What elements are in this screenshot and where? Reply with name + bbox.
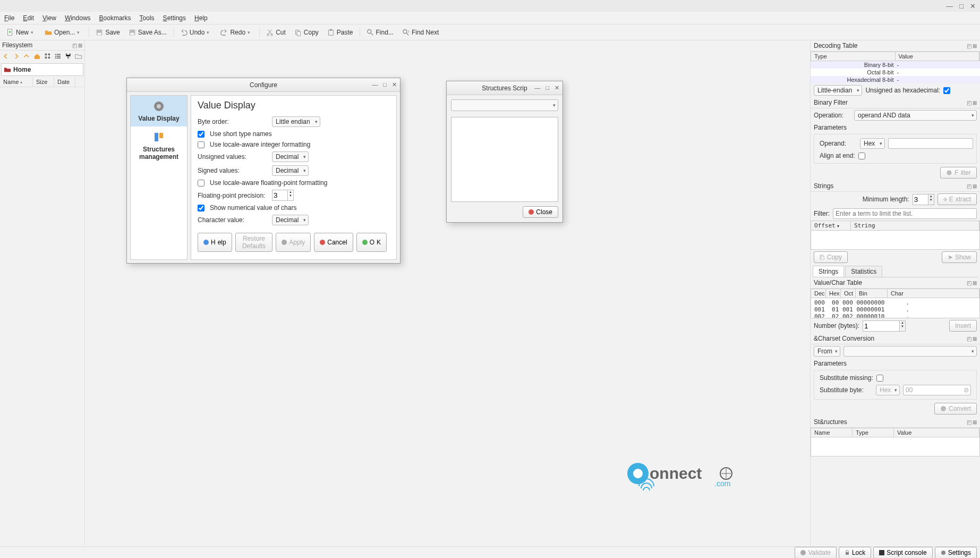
- panel-detach-icon[interactable]: ◰: [967, 183, 972, 189]
- char-value-select[interactable]: Decimal: [272, 215, 309, 225]
- col-type[interactable]: Type: [811, 52, 896, 61]
- apply-button[interactable]: Apply: [276, 233, 311, 252]
- menu-windows[interactable]: Windows: [65, 14, 91, 22]
- panel-close-icon[interactable]: ⊠: [973, 419, 977, 425]
- close-button[interactable]: Close: [523, 206, 558, 218]
- precision-spinner[interactable]: ▲▼: [272, 190, 294, 201]
- col-hex[interactable]: Hex: [826, 289, 841, 298]
- panel-close-icon[interactable]: ⊠: [78, 43, 82, 48]
- col-name[interactable]: Name: [811, 428, 853, 437]
- convert-button[interactable]: Convert: [934, 403, 977, 415]
- saveas-button[interactable]: Save As...: [125, 27, 170, 38]
- menu-file[interactable]: File: [4, 14, 14, 22]
- col-dec[interactable]: Dec: [811, 289, 826, 298]
- col-char[interactable]: Char: [888, 289, 979, 298]
- number-bytes-spinner[interactable]: ▲▼: [863, 320, 906, 332]
- sub-missing-checkbox[interactable]: [876, 375, 883, 382]
- find-button[interactable]: Find...: [363, 27, 397, 38]
- nav-grid-icon[interactable]: [44, 53, 52, 60]
- filter-input[interactable]: [833, 208, 977, 219]
- panel-close-icon[interactable]: ⊠: [973, 183, 977, 189]
- menu-edit[interactable]: Edit: [23, 14, 34, 22]
- restore-defaults-button[interactable]: Restore Defaults: [235, 233, 273, 252]
- col-type[interactable]: Type: [853, 428, 894, 437]
- cut-button[interactable]: Cut: [263, 27, 289, 38]
- spin-down-icon[interactable]: ▼: [288, 194, 293, 198]
- window-maximize-icon[interactable]: □: [959, 2, 964, 10]
- nav-up-icon[interactable]: [23, 53, 30, 60]
- help-button[interactable]: Help: [198, 233, 232, 252]
- endian-select[interactable]: Little-endian: [814, 85, 862, 96]
- tab-strings[interactable]: Strings: [813, 266, 844, 277]
- dialog-minimize-icon[interactable]: —: [372, 81, 378, 88]
- col-bin[interactable]: Bin: [856, 289, 888, 298]
- filesystem-path[interactable]: Home: [1, 63, 83, 76]
- clear-icon[interactable]: ⊘: [964, 386, 969, 394]
- menu-settings[interactable]: Settings: [163, 14, 186, 22]
- nav-forward-icon[interactable]: [13, 53, 20, 60]
- operand-input[interactable]: [888, 138, 973, 149]
- dialog-minimize-icon[interactable]: —: [534, 84, 540, 91]
- sub-byte-input[interactable]: [903, 385, 971, 395]
- panel-detach-icon[interactable]: ◰: [967, 280, 972, 286]
- nav-tree-icon[interactable]: [65, 53, 72, 60]
- menu-tools[interactable]: Tools: [140, 14, 155, 22]
- col-oct[interactable]: Oct: [841, 289, 856, 298]
- sidebar-item-structures-management[interactable]: Structures management: [131, 126, 187, 165]
- dialog-close-icon[interactable]: ✕: [392, 81, 397, 88]
- menu-help[interactable]: Help: [194, 14, 208, 22]
- show-num-chars-checkbox[interactable]: [198, 205, 204, 212]
- show-button[interactable]: ➤Show: [942, 251, 977, 263]
- redo-button[interactable]: Redo▾: [217, 27, 256, 38]
- minlen-spinner[interactable]: ▲▼: [913, 194, 934, 205]
- nav-home-icon[interactable]: [33, 53, 41, 60]
- window-minimize-icon[interactable]: —: [946, 2, 953, 10]
- col-value[interactable]: Value: [896, 52, 980, 61]
- nav-newfolder-icon[interactable]: [75, 53, 82, 60]
- copy-button[interactable]: Copy: [291, 27, 322, 38]
- operation-select[interactable]: operand AND data: [854, 110, 977, 121]
- panel-detach-icon[interactable]: ◰: [967, 43, 972, 49]
- dialog-maximize-icon[interactable]: □: [383, 81, 387, 88]
- cancel-button[interactable]: Cancel: [314, 233, 353, 252]
- findnext-button[interactable]: Find Next: [399, 27, 442, 38]
- dialog-close-icon[interactable]: ✕: [555, 84, 559, 91]
- paste-button[interactable]: Paste: [324, 27, 356, 38]
- col-string[interactable]: String: [851, 221, 979, 230]
- col-date[interactable]: Date: [54, 77, 75, 87]
- panel-detach-icon[interactable]: ◰: [72, 43, 77, 48]
- copy-button[interactable]: Copy: [814, 251, 848, 263]
- dialog-maximize-icon[interactable]: □: [546, 84, 549, 91]
- undo-button[interactable]: Undo▾: [177, 27, 216, 38]
- charset-select[interactable]: [843, 346, 977, 357]
- sub-fmt-select[interactable]: Hex: [876, 385, 900, 395]
- save-button[interactable]: Save: [92, 27, 123, 38]
- menu-view[interactable]: View: [42, 14, 56, 22]
- locale-float-checkbox[interactable]: [198, 180, 204, 187]
- col-offset[interactable]: Offset ▾: [811, 221, 851, 230]
- panel-close-icon[interactable]: ⊠: [973, 100, 977, 106]
- panel-close-icon[interactable]: ⊠: [973, 43, 977, 49]
- col-value[interactable]: Value: [894, 428, 979, 437]
- panel-detach-icon[interactable]: ◰: [967, 419, 972, 425]
- from-select[interactable]: From: [814, 346, 840, 357]
- structures-textarea[interactable]: [451, 117, 558, 202]
- tab-statistics[interactable]: Statistics: [845, 266, 882, 277]
- col-size[interactable]: Size: [33, 77, 54, 87]
- unsigned-select[interactable]: Decimal: [272, 151, 309, 162]
- window-close-icon[interactable]: ✕: [970, 2, 976, 10]
- unsigned-hex-checkbox[interactable]: [943, 87, 950, 94]
- panel-close-icon[interactable]: ⊠: [973, 336, 977, 342]
- align-checkbox[interactable]: [858, 153, 865, 159]
- nav-list-icon[interactable]: [54, 53, 62, 60]
- extract-button[interactable]: ⎆Extract: [938, 193, 977, 205]
- ok-button[interactable]: OK: [356, 233, 387, 252]
- spin-up-icon[interactable]: ▲: [288, 190, 293, 194]
- menu-bookmarks[interactable]: Bookmarks: [99, 14, 131, 22]
- nav-back-icon[interactable]: [2, 53, 10, 60]
- col-name[interactable]: Name ▾: [0, 77, 33, 87]
- filter-button[interactable]: Filter: [940, 167, 977, 179]
- insert-button[interactable]: Insert: [949, 320, 977, 332]
- structures-select[interactable]: [451, 99, 558, 111]
- open-button[interactable]: Open...▾: [41, 27, 86, 38]
